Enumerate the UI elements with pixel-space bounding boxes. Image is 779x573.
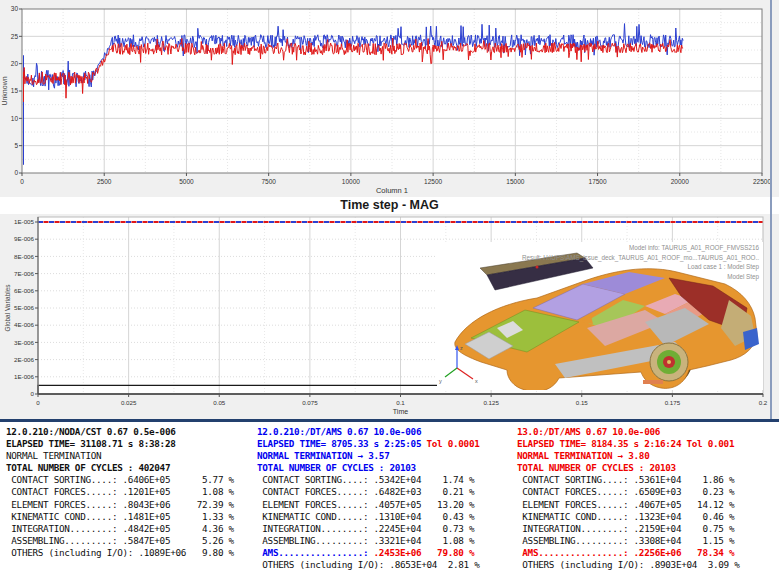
solver-stats-column-3: 13.0:/DT/AMS 0.67 10.0e-006ELAPSED TIME=…	[517, 426, 739, 571]
stat-line: KINEMATIC COND.....: .1310E+04 0.43 %	[257, 511, 480, 523]
stat-line: 12.0.210:/NODA/CST 0.67 0.5e-006	[6, 426, 234, 438]
svg-text:1E-005: 1E-005	[14, 218, 35, 225]
svg-text:1E-006: 1E-006	[14, 373, 35, 380]
model-step-text: Model Step	[439, 272, 759, 282]
ground-marker	[643, 380, 663, 384]
svg-text:0.025: 0.025	[121, 399, 137, 406]
timestep-chart-title: Time step - MAG	[0, 197, 779, 214]
stat-line: CONTACT SORTING....: .5361E+04 1.86 %	[517, 474, 739, 486]
svg-text:0.075: 0.075	[302, 399, 318, 406]
top-chart-xlabel: Column 1	[376, 186, 408, 195]
mid-chart-ylabel: Global Variables	[4, 284, 11, 332]
stat-line: INTEGRATION........: .4842E+05 4.36 %	[6, 523, 234, 535]
stat-line: INTEGRATION........: .2245E+04 0.73 %	[257, 523, 480, 535]
stat-line: ELAPSED TIME= 31108.71 s 8:38:28	[6, 438, 234, 450]
svg-text:0: 0	[31, 390, 35, 397]
model-info-text: Model info: TAURUS_A01_ROOF_FMVSS216	[439, 243, 759, 253]
solver-stats: 12.0.210:/NODA/CST 0.67 0.5e-006ELAPSED …	[0, 426, 779, 573]
svg-text:8E-006: 8E-006	[14, 253, 35, 260]
svg-text:0.15: 0.15	[576, 399, 589, 406]
stat-line: ELEMENT FORCES.....: .4057E+05 13.20 %	[257, 499, 480, 511]
stat-line: NORMAL TERMINATION → 3.57	[257, 450, 480, 462]
svg-text:4E-006: 4E-006	[14, 321, 35, 328]
stat-line: CONTACT FORCES.....: .1201E+05 1.08 %	[6, 486, 234, 498]
svg-text:0: 0	[14, 169, 18, 176]
svg-text:15: 15	[11, 87, 19, 94]
stat-line: ASSEMBLING.........: .3308E+04 1.15 %	[517, 535, 739, 547]
stat-line: CONTACT FORCES.....: .6482E+03 0.21 %	[257, 486, 480, 498]
svg-text:20000: 20000	[671, 178, 689, 185]
model-view-captions: Model info: TAURUS_A01_ROOF_FMVSS216 Res…	[439, 243, 759, 281]
svg-text:22500: 22500	[753, 178, 771, 185]
stat-line: NORMAL TERMINATION → 3.80	[517, 450, 739, 462]
stat-line: AMS................: .2256E+06 78.34 %	[517, 547, 739, 559]
stat-line: CONTACT SORTING....: .6406E+05 5.77 %	[6, 474, 234, 486]
stat-line: KINEMATIC COND.....: .1481E+05 1.33 %	[6, 511, 234, 523]
stat-line: INTEGRATION........: .2159E+04 0.75 %	[517, 523, 739, 535]
svg-text:12500: 12500	[424, 178, 442, 185]
result-path-text: Result: H:\UPS\AMS_issue_deck_TAURUS_A01…	[439, 253, 759, 263]
stat-line: AMS................: .2453E+06 79.80 %	[257, 547, 480, 559]
triad-x-label: x	[475, 378, 478, 384]
svg-text:0: 0	[20, 178, 24, 185]
stat-line: OTHERS (including I/O): .1089E+06 9.80 %	[6, 547, 234, 559]
stat-line: NORMAL TERMINATION	[6, 450, 234, 462]
svg-text:0.175: 0.175	[665, 399, 681, 406]
stat-line: TOTAL NUMBER OF CYCLES : 20103	[257, 462, 480, 474]
svg-text:7E-006: 7E-006	[14, 270, 35, 277]
window-right-border	[770, 0, 772, 419]
triad-z-label: z	[460, 345, 463, 351]
svg-text:0.1: 0.1	[396, 399, 405, 406]
stat-line: KINEMATIC COND.....: .1323E+04 0.46 %	[517, 511, 739, 523]
svg-text:0.2: 0.2	[759, 399, 768, 406]
stat-line: 12.0.210:/DT/AMS 0.67 10.0e-006	[257, 426, 480, 438]
svg-text:5E-006: 5E-006	[14, 304, 35, 311]
svg-text:5: 5	[14, 142, 18, 149]
svg-text:10000: 10000	[342, 178, 360, 185]
solver-stats-column-2: 12.0.210:/DT/AMS 0.67 10.0e-006ELAPSED T…	[257, 426, 480, 571]
stat-line: ELAPSED TIME= 8705.33 s 2:25:05 Tol 0.00…	[257, 438, 480, 450]
window-bottom-border	[0, 419, 779, 422]
svg-text:6E-006: 6E-006	[14, 287, 35, 294]
svg-text:5000: 5000	[179, 178, 194, 185]
top-chart-ylabel: Unknown	[1, 76, 8, 105]
svg-text:3E-006: 3E-006	[14, 339, 35, 346]
stat-line: 13.0:/DT/AMS 0.67 10.0e-006	[517, 426, 739, 438]
stat-line: ELEMENT FORCES.....: .8043E+06 72.39 %	[6, 499, 234, 511]
stat-line: OTHERS (including I/O): .8903E+04 3.09 %	[517, 559, 739, 571]
postprocessor-screen: 0510152025300250050007500100001250015000…	[0, 0, 779, 573]
cycle-history-chart: 0510152025300250050007500100001250015000…	[0, 0, 779, 198]
svg-text:0: 0	[36, 399, 40, 406]
stat-line: ELAPSED TIME= 8184.35 s 2:16:24 Tol 0.00…	[517, 438, 739, 450]
stat-line: TOTAL NUMBER OF CYCLES : 402047	[6, 462, 234, 474]
svg-text:17500: 17500	[589, 178, 607, 185]
triad-y-label: y	[439, 378, 442, 384]
svg-text:30: 30	[11, 5, 19, 12]
svg-text:25: 25	[11, 33, 19, 40]
svg-text:7500: 7500	[261, 178, 276, 185]
svg-text:2E-006: 2E-006	[14, 356, 35, 363]
mid-chart-xlabel: Time	[393, 408, 408, 415]
svg-text:10: 10	[11, 115, 19, 122]
model-view-overlay: Model info: TAURUS_A01_ROOF_FMVSS216 Res…	[437, 242, 763, 390]
solver-stats-column-1: 12.0.210:/NODA/CST 0.67 0.5e-006ELAPSED …	[6, 426, 234, 559]
stat-line: ASSEMBLING.........: .5847E+05 5.26 %	[6, 535, 234, 547]
stat-line: OTHERS (including I/O): .8653E+04 2.81 %	[257, 559, 480, 571]
stat-line: ELEMENT FORCES.....: .4067E+05 14.12 %	[517, 499, 739, 511]
loadcase-text: Load case 1 : Model Step	[439, 262, 759, 272]
svg-text:0.125: 0.125	[483, 399, 499, 406]
stat-line: CONTACT FORCES.....: .6509E+03 0.23 %	[517, 486, 739, 498]
svg-text:15000: 15000	[506, 178, 524, 185]
stat-line: TOTAL NUMBER OF CYCLES : 20103	[517, 462, 739, 474]
svg-text:0.05: 0.05	[213, 399, 226, 406]
svg-text:9E-006: 9E-006	[14, 235, 35, 242]
svg-text:2500: 2500	[97, 178, 112, 185]
svg-text:20: 20	[11, 60, 19, 67]
stat-line: CONTACT SORTING....: .5342E+04 1.74 %	[257, 474, 480, 486]
stat-line: ASSEMBLING.........: .3321E+04 1.08 %	[257, 535, 480, 547]
